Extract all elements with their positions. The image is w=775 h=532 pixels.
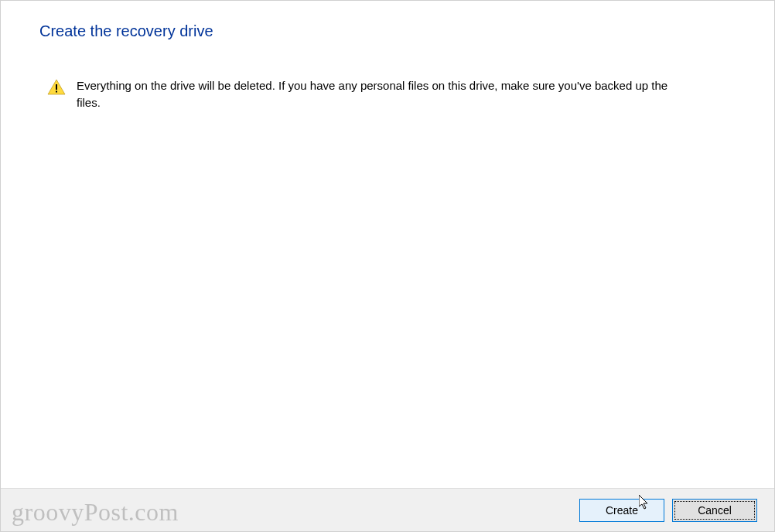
svg-rect-0 <box>56 84 57 90</box>
warning-message: Everything on the drive will be deleted.… <box>77 77 688 111</box>
create-button[interactable]: Create <box>579 499 664 522</box>
watermark: groovyPost.com <box>12 498 179 527</box>
button-bar: groovyPost.com Create Cancel <box>1 488 774 531</box>
warning-icon <box>47 79 66 96</box>
dialog-title: Create the recovery drive <box>39 22 736 40</box>
warning-row: Everything on the drive will be deleted.… <box>39 77 736 111</box>
svg-rect-1 <box>56 91 57 93</box>
recovery-drive-dialog: Create the recovery drive Everything on … <box>0 0 775 532</box>
dialog-content: Create the recovery drive Everything on … <box>1 1 774 488</box>
cancel-button[interactable]: Cancel <box>672 499 757 522</box>
